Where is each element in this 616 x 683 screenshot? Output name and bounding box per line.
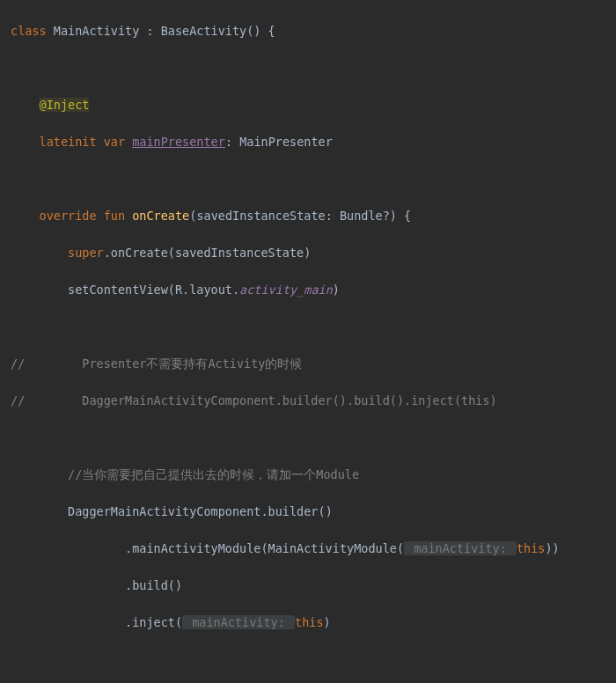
ref-activity-main: activity_main (239, 283, 333, 297)
blank-line (11, 59, 616, 77)
line-class-decl: class MainActivity : BaseActivity() { (11, 22, 616, 40)
blank-line (11, 170, 616, 188)
keyword-this-2: this (295, 615, 324, 629)
type-mainPresenter: : MainPresenter (225, 135, 333, 149)
line-mainPresenter: lateinit var mainPresenter: MainPresente… (11, 133, 616, 151)
hint-mainActivity-1: mainActivity: (404, 541, 517, 555)
comment-module: //当你需要把自己提供出去的时候，请加一个Module (68, 467, 359, 481)
keyword-this-1: this (517, 541, 546, 555)
call-dagger1: DaggerMainActivityComponent.builder() (68, 504, 333, 518)
line-inject: @Inject (11, 96, 616, 114)
comment-dagger: // DaggerMainActivityComponent.builder()… (11, 393, 497, 408)
paren-close-dagger4: ) (324, 615, 331, 629)
hint-mainActivity-2: mainActivity: (182, 615, 295, 629)
comment-noactivity: // Presenter不需要持有Activity的时候 (11, 356, 302, 371)
line-dagger4: .inject( mainActivity: this) (11, 613, 616, 632)
line-dagger3: .build() (11, 577, 616, 595)
line-comment1: // Presenter不需要持有Activity的时候 (11, 355, 616, 373)
annotation-inject: @Inject (40, 98, 90, 112)
line-onCreate: override fun onCreate(savedInstanceState… (11, 207, 616, 225)
code-editor[interactable]: class MainActivity : BaseActivity() { @I… (0, 0, 616, 683)
keyword-super: super (68, 246, 104, 260)
keyword-fun: fun (104, 209, 125, 223)
line-super: super.onCreate(savedInstanceState) (11, 244, 616, 262)
line-comment2: // DaggerMainActivityComponent.builder()… (11, 392, 616, 410)
paren-close: ) (333, 283, 340, 297)
paren-close-dagger2: )) (545, 541, 559, 555)
line-dagger1: DaggerMainActivityComponent.builder() (11, 503, 616, 521)
call-setContentView-pre: setContentView(R.layout. (68, 283, 239, 297)
keyword-class: class (11, 24, 47, 38)
keyword-lateinit: lateinit (40, 135, 97, 149)
prop-mainPresenter: mainPresenter (132, 135, 225, 149)
blank-line (11, 429, 616, 447)
blank-line (11, 650, 616, 669)
blank-line (11, 318, 616, 336)
class-header: MainActivity : BaseActivity() { (47, 24, 275, 38)
fn-onCreate: onCreate (132, 209, 189, 223)
keyword-var: var (104, 135, 125, 149)
line-comment3: //当你需要把自己提供出去的时候，请加一个Module (11, 466, 616, 484)
line-setContentView: setContentView(R.layout.activity_main) (11, 281, 616, 299)
call-dagger3: .build() (125, 578, 182, 592)
keyword-override: override (40, 209, 97, 223)
call-dagger2-pre: .mainActivityModule(MainActivityModule( (125, 541, 404, 555)
call-superOnCreate: .onCreate(savedInstanceState) (104, 246, 312, 260)
line-dagger2: .mainActivityModule(MainActivityModule( … (11, 540, 616, 558)
fn-onCreate-params: (savedInstanceState: Bundle?) { (189, 209, 411, 223)
call-dagger4-pre: .inject( (125, 615, 182, 629)
